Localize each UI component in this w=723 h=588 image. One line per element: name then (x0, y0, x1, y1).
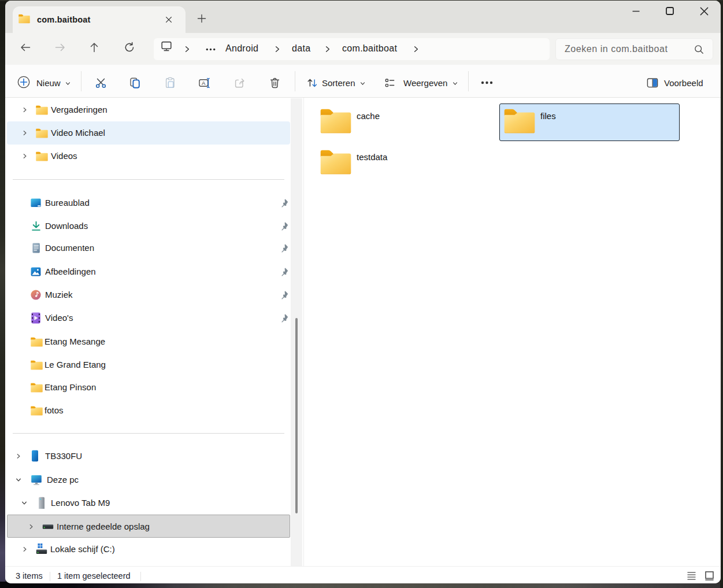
svg-text:A: A (202, 80, 206, 86)
